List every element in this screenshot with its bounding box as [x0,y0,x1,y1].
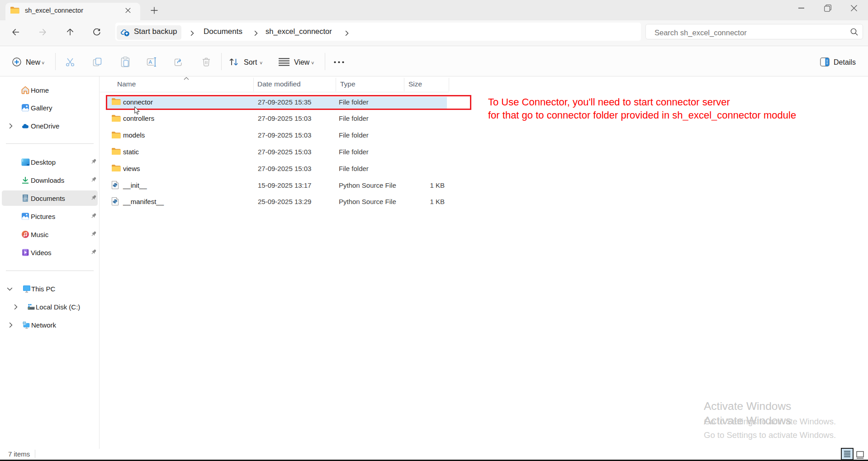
svg-text:A: A [149,59,152,65]
